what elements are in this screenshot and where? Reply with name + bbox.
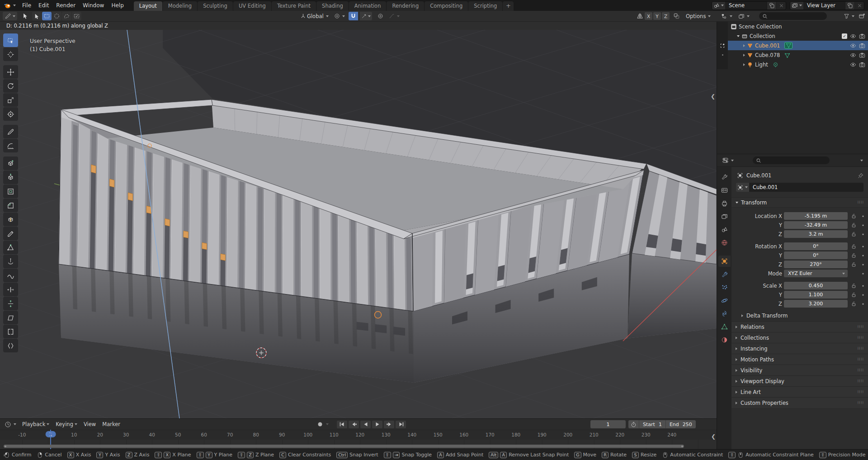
transform-panel-header[interactable]: Transform ⁞⁞⁞⁞ xyxy=(731,197,868,208)
snap-target-dropdown[interactable] xyxy=(360,12,372,20)
object-id-dropdown[interactable] xyxy=(736,183,749,192)
lock-icon[interactable] xyxy=(849,231,858,237)
timeline-scrollbar[interactable] xyxy=(4,445,684,448)
outliner-row-scene collection[interactable]: Scene Collection xyxy=(717,22,868,31)
play-back-button[interactable] xyxy=(360,421,371,428)
panel-grip[interactable]: ⁞⁞⁞⁞ xyxy=(858,200,864,204)
snap-base-icon[interactable] xyxy=(673,13,680,19)
panel-line-art[interactable]: Line Art⁞⁞⁞⁞ xyxy=(731,386,868,397)
expand-arrow-icon[interactable] xyxy=(743,54,745,57)
properties-tab-output[interactable] xyxy=(718,198,731,209)
lock-icon[interactable] xyxy=(849,222,858,228)
outliner-item-label[interactable]: Collection xyxy=(750,33,775,39)
lock-icon[interactable] xyxy=(849,283,858,289)
tool-rip-edge[interactable] xyxy=(3,339,18,352)
lock-icon[interactable] xyxy=(849,252,858,258)
rotation-mode-dropdown[interactable]: XYZ Euler xyxy=(784,270,848,277)
start-frame-field[interactable]: Start1 xyxy=(639,420,665,428)
panel-grip[interactable]: ⁞⁞⁞⁞ xyxy=(858,346,864,351)
tool-spin[interactable] xyxy=(3,255,18,268)
hide-in-viewport-icon[interactable] xyxy=(850,42,856,49)
lock-icon[interactable] xyxy=(849,292,858,298)
properties-tab-object[interactable] xyxy=(718,256,731,267)
outliner-filter-mode[interactable] xyxy=(736,13,751,19)
tool-move[interactable] xyxy=(3,65,18,79)
panel-grip[interactable]: ⁞⁞⁞⁞ xyxy=(858,379,864,383)
panel-grip[interactable]: ⁞⁞⁞⁞ xyxy=(858,401,864,405)
animate-property-dot[interactable] xyxy=(860,262,866,267)
mirror-y-toggle[interactable]: Y xyxy=(653,12,661,20)
next-key-button[interactable] xyxy=(384,421,394,428)
timeline-menu-playback[interactable]: Playback xyxy=(19,421,52,427)
disable-in-renders-icon[interactable] xyxy=(859,42,865,49)
tool-select-box[interactable] xyxy=(3,33,18,47)
menu-window[interactable]: Window xyxy=(79,0,108,11)
tab-compositing[interactable]: Compositing xyxy=(425,1,468,11)
pin-icon[interactable] xyxy=(858,173,863,179)
outliner-filter-button[interactable] xyxy=(842,13,856,19)
viewport-canvas[interactable] xyxy=(0,30,717,418)
hide-in-viewport-icon[interactable] xyxy=(850,61,856,68)
value-field[interactable]: 0° xyxy=(784,251,848,259)
panel-grip[interactable]: ⁞⁞⁞⁞ xyxy=(858,390,864,394)
expand-arrow-icon[interactable] xyxy=(743,44,745,47)
panel-collections[interactable]: Collections⁞⁞⁞⁞ xyxy=(731,332,868,343)
options-dropdown[interactable]: Options xyxy=(684,13,712,19)
animate-property-dot[interactable] xyxy=(860,214,866,218)
disable-in-renders-icon[interactable] xyxy=(859,33,865,39)
add-workspace-button[interactable]: + xyxy=(503,1,514,11)
outliner-item-label[interactable]: Light xyxy=(755,62,768,68)
tool-scale[interactable] xyxy=(3,93,18,107)
tool-smooth[interactable] xyxy=(3,269,18,282)
animate-property-dot[interactable] xyxy=(860,302,866,306)
panel-grip[interactable]: ⁞⁞⁞⁞ xyxy=(858,368,864,372)
animate-property-dot[interactable] xyxy=(860,253,866,258)
jump-start-button[interactable] xyxy=(337,421,347,428)
tab-modeling[interactable]: Modeling xyxy=(163,1,197,11)
lock-icon[interactable] xyxy=(849,243,858,249)
tool-rip-region[interactable] xyxy=(3,325,18,338)
tool-cursor[interactable] xyxy=(3,47,18,61)
new-scene-button[interactable] xyxy=(767,2,776,9)
jump-end-button[interactable] xyxy=(396,421,406,428)
tool-annotate[interactable] xyxy=(3,125,18,138)
prev-key-button[interactable] xyxy=(349,421,359,428)
tool-add-cube[interactable] xyxy=(3,156,18,170)
value-field[interactable]: 0° xyxy=(784,242,848,250)
view-layer-name[interactable]: View Layer xyxy=(803,2,845,9)
tool-shrink-fatten[interactable] xyxy=(3,297,18,310)
properties-tab-scene[interactable] xyxy=(718,224,731,235)
animate-property-dot[interactable] xyxy=(860,244,866,249)
properties-tab-render[interactable] xyxy=(718,185,731,196)
timeline-ruler[interactable]: -101020304050607080901001101201301401501… xyxy=(0,430,717,440)
tab-layout[interactable]: Layout xyxy=(134,1,162,11)
unlink-scene-button[interactable] xyxy=(776,2,786,9)
panel-motion-paths[interactable]: Motion Paths⁞⁞⁞⁞ xyxy=(731,354,868,365)
new-view-layer-button[interactable] xyxy=(845,2,854,9)
falloff-dropdown[interactable] xyxy=(387,13,401,19)
tool-inset-faces[interactable] xyxy=(3,185,18,198)
tool-knife[interactable] xyxy=(3,227,18,240)
value-field[interactable]: 0.450 xyxy=(784,282,848,289)
menu-edit[interactable]: Edit xyxy=(35,0,52,11)
tool-bevel[interactable] xyxy=(3,199,18,212)
properties-search-input[interactable] xyxy=(753,156,830,164)
timeline-menu-keying[interactable]: Keying xyxy=(52,421,80,427)
properties-tab-particles[interactable] xyxy=(718,282,731,293)
tab-sculpting[interactable]: Sculpting xyxy=(198,1,233,11)
animate-property-dot[interactable] xyxy=(860,232,866,237)
outliner-row-cube-001[interactable]: Cube.001 xyxy=(717,41,868,50)
outliner-item-label[interactable]: Scene Collection xyxy=(739,24,782,30)
properties-editor-type[interactable] xyxy=(720,157,736,164)
pivot-dropdown[interactable] xyxy=(332,13,347,19)
breadcrumb-object-name[interactable]: Cube.001 xyxy=(746,172,771,179)
play-button[interactable] xyxy=(372,421,382,428)
scene-selector[interactable]: Scene xyxy=(712,1,786,10)
menu-help[interactable]: Help xyxy=(108,0,127,11)
outliner-search-input[interactable] xyxy=(759,12,827,20)
tool-rotate[interactable] xyxy=(3,79,18,93)
auto-key-toggle[interactable] xyxy=(316,421,329,428)
disable-in-renders-icon[interactable] xyxy=(859,61,865,68)
hide-in-viewport-icon[interactable] xyxy=(850,33,856,39)
properties-options-button[interactable] xyxy=(857,160,865,161)
